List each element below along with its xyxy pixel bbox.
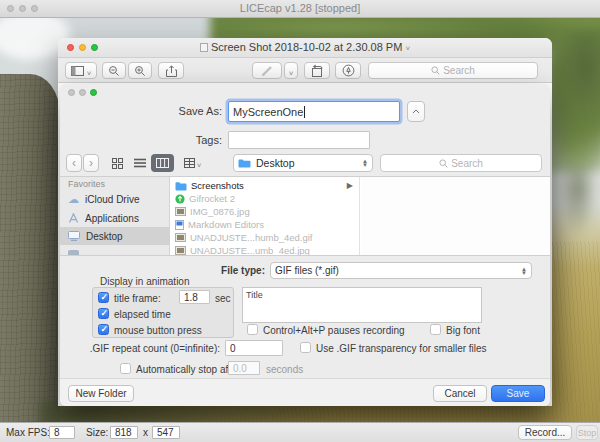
file-row-gifrocket[interactable]: Gifrocket 2 bbox=[173, 192, 359, 205]
list-view-button[interactable] bbox=[129, 154, 150, 172]
file-type-value: GIF files (*.gif) bbox=[275, 265, 339, 276]
folder-icon bbox=[238, 158, 251, 168]
chevron-down-icon bbox=[289, 62, 294, 80]
zoom-in-button[interactable] bbox=[128, 62, 152, 79]
grouping-button[interactable] bbox=[179, 154, 206, 172]
favorites-sidebar: Favorites ☁ iCloud Drive Applications De… bbox=[60, 177, 170, 256]
sidebar-item-applications[interactable]: Applications bbox=[60, 209, 170, 227]
tree-branch bbox=[558, 168, 598, 238]
file-browser: Favorites ☁ iCloud Drive Applications De… bbox=[60, 176, 550, 256]
gif-transparency-checkbox[interactable] bbox=[300, 342, 311, 353]
tags-input[interactable] bbox=[228, 131, 370, 149]
mouse-button-checkbox[interactable] bbox=[98, 324, 109, 335]
stop-button: Stop bbox=[576, 425, 598, 440]
size-height-input[interactable]: 547 bbox=[152, 426, 180, 439]
zoom-in-icon bbox=[134, 65, 146, 77]
repeat-count-input[interactable]: 0 bbox=[225, 340, 283, 356]
folder-icon bbox=[175, 181, 187, 191]
licecap-title: LICEcap v1.28 [stopped] bbox=[0, 2, 600, 14]
zoom-icon[interactable] bbox=[90, 89, 97, 96]
repeat-count-label: .GIF repeat count (0=infinite): bbox=[65, 343, 220, 354]
size-height-value: 547 bbox=[157, 427, 174, 438]
markup-pen-button[interactable] bbox=[252, 62, 282, 79]
title-frame-label: title frame: bbox=[114, 293, 161, 304]
search-icon bbox=[439, 159, 448, 168]
applications-icon bbox=[68, 213, 79, 223]
document-icon bbox=[175, 220, 184, 230]
pen-options-dropdown[interactable] bbox=[284, 62, 298, 79]
back-button[interactable]: ‹ bbox=[66, 154, 82, 172]
auto-stop-checkbox[interactable] bbox=[120, 363, 131, 374]
markup-circle-icon bbox=[342, 64, 355, 77]
image-file-icon bbox=[175, 246, 186, 255]
share-button[interactable] bbox=[158, 62, 184, 79]
file-row-img[interactable]: IMG_0876.jpg bbox=[173, 205, 359, 218]
title-frame-input[interactable]: 1.8 bbox=[179, 290, 210, 304]
file-row-screenshots[interactable]: Screenshots ▶ bbox=[173, 179, 359, 192]
sidebar-icon bbox=[71, 66, 84, 76]
markup-toolbar-button[interactable] bbox=[335, 62, 361, 79]
elephant bbox=[0, 74, 60, 422]
forward-button[interactable]: › bbox=[83, 154, 99, 172]
auto-stop-unit: seconds bbox=[266, 364, 303, 375]
sidebar-item-label: iCloud Drive bbox=[85, 194, 139, 205]
title-chevron-icon[interactable] bbox=[405, 41, 410, 53]
save-as-label: Save As: bbox=[120, 105, 222, 117]
column-view-button[interactable] bbox=[151, 154, 174, 172]
elapsed-time-checkbox[interactable] bbox=[98, 308, 109, 319]
preview-window-title: Screen Shot 2018-10-02 at 2.30.08 PM bbox=[58, 41, 552, 53]
pen-icon bbox=[261, 65, 273, 77]
title-textarea[interactable]: Title bbox=[242, 287, 482, 323]
file-name: UNADJUSTE...humb_4ed.gif bbox=[190, 232, 313, 243]
file-name: UNADJUSTE...umb_4ed.jpg bbox=[190, 245, 310, 256]
cancel-button[interactable]: Cancel bbox=[433, 385, 487, 402]
sidebar-item-desktop[interactable]: Desktop bbox=[60, 227, 170, 245]
minimize-icon bbox=[79, 89, 86, 96]
big-font-checkbox[interactable] bbox=[430, 324, 441, 335]
gif-transparency-label: Use .GIF transparency for smaller files bbox=[316, 343, 487, 354]
save-as-value: MyScreenOne bbox=[233, 106, 303, 118]
max-fps-input[interactable]: 8 bbox=[49, 426, 75, 439]
stepper-icon: ▲▼ bbox=[521, 267, 527, 275]
chevron-down-icon bbox=[87, 62, 92, 80]
pause-recording-checkbox[interactable] bbox=[247, 324, 258, 335]
record-button[interactable]: Record... bbox=[518, 425, 572, 440]
auto-stop-input[interactable]: 0.0 bbox=[228, 361, 260, 375]
icon-view-button[interactable] bbox=[107, 154, 128, 172]
share-icon bbox=[166, 65, 177, 77]
title-frame-value: 1.8 bbox=[184, 292, 198, 303]
zoom-out-button[interactable] bbox=[102, 62, 126, 79]
file-row-unadjusted-jpg[interactable]: UNADJUSTE...umb_4ed.jpg bbox=[173, 244, 359, 256]
sidebar-item-icloud-drive[interactable]: ☁ iCloud Drive bbox=[60, 190, 170, 208]
rotate-button[interactable] bbox=[304, 62, 330, 79]
proxy-document-icon bbox=[200, 43, 208, 52]
column-arrow-icon: ▶ bbox=[347, 181, 353, 190]
column-view-icon bbox=[156, 158, 169, 168]
file-row-unadjusted-gif[interactable]: UNADJUSTE...humb_4ed.gif bbox=[173, 231, 359, 244]
search-placeholder: Search bbox=[443, 65, 475, 76]
preview-search-field[interactable]: Search bbox=[368, 62, 538, 79]
grouping-icon bbox=[184, 158, 195, 168]
size-width-input[interactable]: 818 bbox=[110, 426, 138, 439]
size-times-label: x bbox=[143, 427, 148, 438]
dialog-search-field[interactable]: Search bbox=[380, 154, 542, 172]
expand-panel-button[interactable] bbox=[407, 101, 425, 122]
animation-group-label: Display in animation bbox=[100, 276, 190, 287]
stepper-icon: ▲▼ bbox=[362, 159, 368, 167]
image-file-icon bbox=[175, 233, 186, 242]
size-label: Size: bbox=[86, 427, 108, 438]
sidebar-header: Favorites bbox=[68, 179, 105, 189]
file-name: IMG_0876.jpg bbox=[190, 206, 250, 217]
save-button[interactable]: Save bbox=[491, 385, 545, 402]
sidebar-view-button[interactable] bbox=[65, 62, 97, 79]
save-as-input[interactable]: MyScreenOne bbox=[228, 101, 400, 122]
location-dropdown[interactable]: Desktop ▲▼ bbox=[233, 154, 373, 172]
big-font-label: Big font bbox=[446, 325, 480, 336]
title-frame-checkbox[interactable] bbox=[98, 292, 109, 303]
animation-group-box: title frame: 1.8 sec elapsed time mouse … bbox=[92, 287, 234, 338]
file-type-dropdown[interactable]: GIF files (*.gif) ▲▼ bbox=[270, 262, 532, 279]
max-fps-label: Max FPS: bbox=[6, 427, 50, 438]
new-folder-button[interactable]: New Folder bbox=[68, 385, 134, 402]
file-row-markdown[interactable]: Markdown Editors bbox=[173, 218, 359, 231]
repeat-count-value: 0 bbox=[230, 343, 236, 354]
